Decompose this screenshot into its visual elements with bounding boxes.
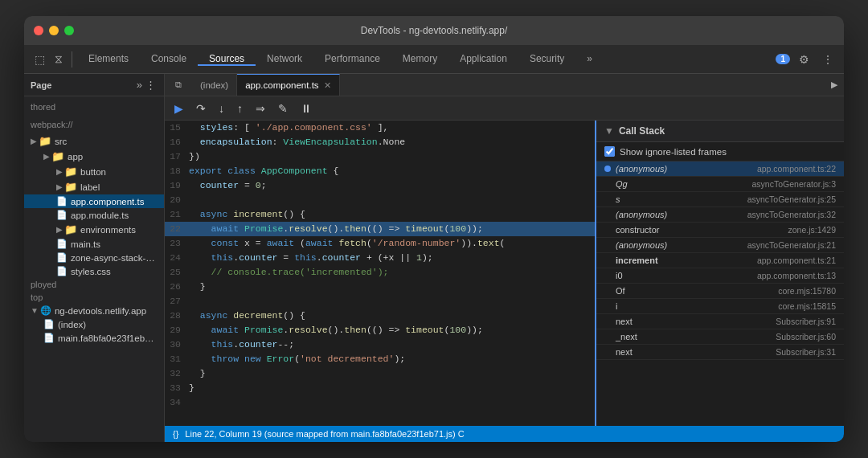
tree-item-main-ts[interactable]: 📄 main.ts [24, 237, 164, 251]
toolbar-separator [72, 51, 72, 67]
call-stack-item-3[interactable]: (anonymous) asyncToGenerator.js:32 [596, 207, 844, 223]
code-line-19: 19 counter = 0; [165, 178, 595, 193]
device-toolbar-button[interactable]: ⧖ [51, 49, 67, 69]
tree-item-index[interactable]: 📄 (index) [24, 317, 164, 331]
code-line-17: 17 }) [165, 149, 595, 164]
call-stack-item-5[interactable]: (anonymous) asyncToGenerator.js:21 [596, 238, 844, 253]
devtools-window: DevTools - ng-devtools.netlify.app/ ⬚ ⧖ … [24, 16, 844, 442]
sidebar-more-icon[interactable]: » [135, 77, 144, 92]
file-tab-index[interactable]: (index) [192, 74, 237, 96]
tree-item-app[interactable]: ▶ 📁 app [24, 149, 164, 164]
code-line-32: 32 } [165, 366, 595, 381]
frame-name-2: s [604, 194, 747, 204]
file-tab-app-component[interactable]: app.component.ts ✕ [237, 74, 339, 96]
file-tabs-controls: ⧉ [165, 74, 192, 96]
tree-item-main-bundle[interactable]: 📄 main.fa8bfa0e23f1eb… [24, 331, 164, 345]
frame-name-7: i0 [604, 271, 757, 280]
tree-item-src[interactable]: ▶ 📁 src [24, 133, 164, 149]
call-stack-item-6[interactable]: increment app.component.ts:21 [596, 253, 844, 268]
bracket-icon: {} [173, 429, 178, 439]
active-frame-dot [604, 166, 611, 172]
frame-file-11: Subscriber.js:60 [776, 332, 836, 341]
tree-item-top[interactable]: top [24, 291, 164, 304]
tab-memory[interactable]: Memory [391, 53, 448, 66]
close-tab-icon[interactable]: ✕ [324, 80, 331, 91]
call-stack-header: ▼ Call Stack [596, 121, 844, 142]
titlebar: DevTools - ng-devtools.netlify.app/ [24, 16, 844, 45]
sidebar-menu-icon[interactable]: ⋮ [144, 77, 158, 92]
call-stack-item-11[interactable]: _next Subscriber.js:60 [596, 329, 844, 345]
tab-console[interactable]: Console [140, 53, 198, 66]
toggle-navigator-button[interactable]: ⧉ [171, 76, 186, 93]
frame-file-5: asyncToGenerator.js:21 [747, 240, 836, 250]
frame-file-7: app.component.ts:13 [757, 271, 836, 280]
tab-sources[interactable]: Sources [198, 53, 256, 66]
resume-button[interactable]: ▶ [171, 100, 186, 117]
tree-item-app-module[interactable]: 📄 app.module.ts [24, 208, 164, 222]
call-stack-item-10[interactable]: next Subscriber.js:91 [596, 314, 844, 329]
tree-item-label[interactable]: ▶ 📁 label [24, 179, 164, 194]
inspect-element-button[interactable]: ⬚ [31, 50, 49, 69]
minimize-button[interactable] [49, 26, 59, 35]
editor-content: 15 styles: [ './app.component.css' ], 16… [165, 121, 844, 426]
step-out-button[interactable]: ↑ [234, 100, 246, 117]
step-over-button[interactable]: ↷ [193, 100, 209, 117]
pause-on-exceptions-button[interactable]: ⏸ [297, 100, 315, 117]
run-snippet-button[interactable]: ▶ [825, 74, 844, 96]
tab-network[interactable]: Network [256, 53, 313, 66]
call-stack-item-8[interactable]: Of core.mjs:15780 [596, 284, 844, 299]
tree-item-styles[interactable]: 📄 styles.css [24, 264, 164, 278]
frame-name-5: (anonymous) [604, 240, 747, 250]
file-navigator-sidebar: Page » ⋮ thored webpack:// ▶ 📁 src [24, 74, 165, 442]
tree-item-netlify[interactable]: ▼ 🌐 ng-devtools.netlify.app [24, 304, 164, 317]
call-stack-item-7[interactable]: i0 app.component.ts:13 [596, 268, 844, 284]
call-stack-item-9[interactable]: i core.mjs:15815 [596, 299, 844, 314]
panel-collapse-icon[interactable]: ▼ [604, 125, 614, 137]
call-stack-item-2[interactable]: s asyncToGenerator.js:25 [596, 192, 844, 207]
tree-item-app-component[interactable]: 📄 app.component.ts [24, 194, 164, 208]
call-stack-item-12[interactable]: next Subscriber.js:31 [596, 345, 844, 360]
call-stack-item-4[interactable]: constructor zone.js:1429 [596, 223, 844, 238]
code-line-33: 33 } [165, 381, 595, 395]
main-area: Page » ⋮ thored webpack:// ▶ 📁 src [24, 74, 844, 442]
tab-application[interactable]: Application [448, 53, 518, 66]
tree-item-zone[interactable]: 📄 zone-async-stack-ta… [24, 251, 164, 264]
tab-performance[interactable]: Performance [313, 53, 391, 66]
close-button[interactable] [34, 26, 43, 35]
tree-item-button[interactable]: ▶ 📁 button [24, 164, 164, 179]
code-editor[interactable]: 15 styles: [ './app.component.css' ], 16… [165, 121, 595, 426]
tree-item-ployed[interactable]: ployed [24, 278, 164, 291]
tab-elements[interactable]: Elements [77, 53, 140, 66]
tree-item-webpack[interactable]: webpack:// [24, 116, 164, 133]
tree-item-environments[interactable]: ▶ 📁 environments [24, 222, 164, 237]
tab-more[interactable]: » [575, 53, 604, 66]
code-line-28: 28 async decrement() { [165, 309, 595, 323]
editor-area: ⧉ (index) app.component.ts ✕ ▶ ▶ ↷ ↓ ↑ ⇒ [165, 74, 844, 442]
call-stack-item-0[interactable]: (anonymous) app.component.ts:22 [596, 162, 844, 177]
frame-name-8: Of [604, 286, 778, 296]
call-stack-item-1[interactable]: Qg asyncToGenerator.js:3 [596, 177, 844, 192]
file-tabs-spacer [340, 74, 825, 96]
frame-file-6: app.component.ts:21 [757, 256, 836, 265]
traffic-lights [34, 26, 74, 35]
frame-name-10: next [604, 317, 776, 326]
code-line-27: 27 [165, 294, 595, 309]
ignore-listed-checkbox[interactable] [604, 146, 615, 157]
maximize-button[interactable] [64, 26, 74, 35]
file-tabs: ⧉ (index) app.component.ts ✕ ▶ [165, 74, 844, 96]
tab-security[interactable]: Security [518, 53, 575, 66]
notification-badge: 1 [776, 54, 790, 64]
more-button[interactable]: ⋮ [818, 50, 837, 69]
status-text: Line 22, Column 19 (source mapped from m… [185, 429, 464, 439]
step-button[interactable]: ⇒ [252, 100, 268, 117]
settings-button[interactable]: ⚙ [795, 50, 813, 69]
frame-file-8: core.mjs:15780 [778, 286, 836, 296]
step-into-button[interactable]: ↓ [215, 100, 227, 117]
frame-file-1: asyncToGenerator.js:3 [752, 179, 836, 189]
code-line-24: 24 this.counter = this.counter + (+x || … [165, 251, 595, 265]
file-tree: thored webpack:// ▶ 📁 src ▶ 📁 app [24, 96, 164, 442]
deactivate-breakpoints-button[interactable]: ✎ [275, 100, 291, 117]
code-line-25: 25 // console.trace('incremented'); [165, 265, 595, 280]
code-line-26: 26 } [165, 280, 595, 294]
tree-item-thored[interactable]: thored [24, 98, 164, 116]
